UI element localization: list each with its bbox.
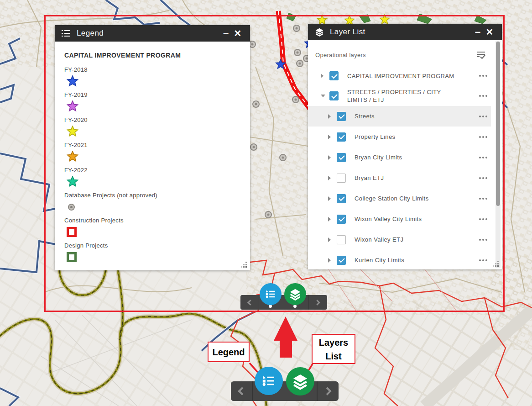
layer-row[interactable]: College Station City Limits bbox=[308, 188, 491, 209]
legend-item-label: FY-2019 bbox=[64, 91, 241, 98]
legend-item: Database Projects (not approved) bbox=[64, 192, 241, 213]
layer-label: Streets bbox=[355, 112, 468, 120]
layer-label: College Station City Limits bbox=[355, 195, 468, 202]
layer-checkbox[interactable] bbox=[337, 256, 346, 265]
expand-arrow-icon[interactable] bbox=[328, 217, 333, 221]
layer-row[interactable]: Bryan City Limits bbox=[308, 147, 491, 168]
layer-checkbox[interactable] bbox=[329, 71, 339, 80]
layer-checkbox[interactable] bbox=[337, 194, 346, 203]
layer-list-scrollbar[interactable] bbox=[495, 41, 501, 268]
layer-list-minimize-button[interactable]: – bbox=[472, 24, 484, 40]
legend-item: Design Projects bbox=[64, 242, 241, 263]
expand-arrow-icon[interactable] bbox=[328, 196, 333, 201]
layer-row[interactable]: Streets bbox=[308, 106, 491, 127]
expand-arrow-icon[interactable] bbox=[328, 176, 333, 180]
layer-options-menu[interactable] bbox=[477, 136, 487, 138]
expand-arrow-icon[interactable] bbox=[328, 114, 333, 119]
layer-checkbox[interactable] bbox=[337, 132, 346, 142]
layer-options-menu[interactable] bbox=[477, 95, 487, 97]
layers-callout-line1: Layers bbox=[313, 336, 355, 349]
legend-resize-handle[interactable] bbox=[241, 262, 247, 268]
star-symbol-icon bbox=[67, 100, 78, 112]
layers-list-callout: Layers List bbox=[312, 334, 355, 364]
chevron-left-icon bbox=[247, 300, 253, 306]
toggle-all-layers-icon[interactable] bbox=[475, 49, 486, 60]
legend-item: Construction Projects bbox=[64, 217, 241, 238]
layers-widget-button-lower[interactable] bbox=[286, 367, 314, 395]
layer-options-menu[interactable] bbox=[477, 157, 487, 158]
legend-panel-header[interactable]: Legend – ✕ bbox=[55, 25, 250, 42]
layer-row[interactable]: CAPITAL IMPROVEMENT PROGRAM bbox=[308, 66, 491, 86]
star-symbol-icon bbox=[67, 126, 78, 137]
layer-options-menu[interactable] bbox=[477, 259, 487, 261]
layer-list-panel-header[interactable]: Layer List – ✕ bbox=[308, 24, 502, 40]
legend-close-button[interactable]: ✕ bbox=[232, 26, 244, 41]
layer-checkbox[interactable] bbox=[337, 112, 346, 121]
layer-options-menu[interactable] bbox=[477, 218, 487, 220]
layer-checkbox[interactable] bbox=[337, 153, 346, 162]
square-symbol-icon bbox=[67, 252, 77, 262]
toolbar-lower-next-button[interactable] bbox=[317, 381, 339, 401]
expand-arrow-icon[interactable] bbox=[328, 237, 333, 242]
legend-icon bbox=[61, 29, 71, 38]
widget-toolbar-lower bbox=[231, 381, 339, 401]
legend-item: FY-2022 bbox=[64, 167, 241, 188]
layer-row[interactable]: Property Lines bbox=[308, 127, 491, 147]
toolbar-upper-next-button[interactable] bbox=[308, 295, 327, 310]
legend-widget-button-upper[interactable] bbox=[260, 283, 282, 305]
layer-options-menu[interactable] bbox=[477, 198, 487, 200]
layer-label: STREETS / PROPERTIES / CITY LIMITS / ETJ bbox=[347, 88, 460, 104]
toolbar-upper-prev-button[interactable] bbox=[240, 295, 259, 310]
layer-row[interactable]: STREETS / PROPERTIES / CITY LIMITS / ETJ bbox=[308, 86, 491, 106]
layer-row[interactable]: Kurten City Limits bbox=[308, 250, 491, 269]
expand-arrow-icon[interactable] bbox=[321, 95, 325, 97]
layer-list-resize-handle[interactable] bbox=[493, 261, 499, 267]
expand-arrow-icon[interactable] bbox=[328, 135, 333, 139]
layer-list-panel: Layer List – ✕ Operational layers CAPITA… bbox=[308, 24, 502, 269]
widget-toolbar-upper bbox=[240, 295, 327, 310]
layer-label: Bryan City Limits bbox=[355, 153, 468, 161]
star-symbol-icon bbox=[67, 176, 78, 188]
layers-icon bbox=[288, 287, 302, 301]
layer-list-scrollbar-thumb[interactable] bbox=[496, 42, 500, 206]
app-screen: Legend – ✕ CAPITAL IMPROVEMENT PROGRAM F… bbox=[0, 0, 532, 406]
layer-checkbox[interactable] bbox=[337, 235, 346, 244]
expand-arrow-icon[interactable] bbox=[328, 258, 333, 263]
layers-widget-button-upper[interactable] bbox=[284, 283, 306, 305]
layer-list-close-button[interactable]: ✕ bbox=[484, 24, 495, 40]
layers-icon bbox=[291, 372, 309, 390]
legend-heading: CAPITAL IMPROVEMENT PROGRAM bbox=[64, 52, 241, 59]
star-symbol-icon bbox=[67, 75, 78, 87]
layer-options-menu[interactable] bbox=[477, 116, 487, 117]
layer-checkbox[interactable] bbox=[329, 91, 339, 100]
layer-row[interactable]: Wixon Valley ETJ bbox=[308, 229, 491, 250]
layer-checkbox[interactable] bbox=[337, 174, 346, 183]
layer-options-menu[interactable] bbox=[477, 177, 487, 179]
legend-item: FY-2018 bbox=[64, 66, 241, 87]
legend-item-label: Design Projects bbox=[64, 242, 241, 249]
legend-item: FY-2020 bbox=[64, 116, 241, 137]
layer-checkbox[interactable] bbox=[337, 215, 346, 224]
expand-arrow-icon[interactable] bbox=[321, 74, 325, 78]
layer-label: Kurten City Limits bbox=[355, 256, 468, 264]
layers-callout-line2: List bbox=[313, 349, 355, 363]
layer-label: Property Lines bbox=[355, 133, 468, 141]
layer-options-menu[interactable] bbox=[477, 75, 487, 77]
toolbar-lower-prev-button[interactable] bbox=[231, 381, 253, 401]
legend-item-label: Construction Projects bbox=[64, 217, 241, 224]
legend-items: FY-2018 FY-2019 FY-2020 FY-2021 bbox=[64, 66, 241, 263]
legend-minimize-button[interactable]: – bbox=[220, 26, 232, 41]
layer-row[interactable]: Bryan ETJ bbox=[308, 168, 491, 188]
chevron-right-icon bbox=[314, 300, 320, 306]
expand-arrow-icon[interactable] bbox=[328, 155, 333, 160]
layer-label: Wixon Valley ETJ bbox=[355, 236, 468, 243]
star-symbol-icon bbox=[67, 151, 78, 163]
layer-list-panel-title: Layer List bbox=[330, 27, 472, 37]
legend-widget-button-lower[interactable] bbox=[255, 367, 283, 395]
layer-rows: CAPITAL IMPROVEMENT PROGRAM STREETS / PR… bbox=[308, 66, 502, 269]
legend-callout: Legend bbox=[208, 342, 250, 362]
layer-row[interactable]: Wixon Valley City Limits bbox=[308, 209, 491, 229]
chevron-left-icon bbox=[238, 387, 246, 395]
legend-item-label: Database Projects (not approved) bbox=[64, 192, 241, 199]
layer-options-menu[interactable] bbox=[477, 239, 487, 241]
